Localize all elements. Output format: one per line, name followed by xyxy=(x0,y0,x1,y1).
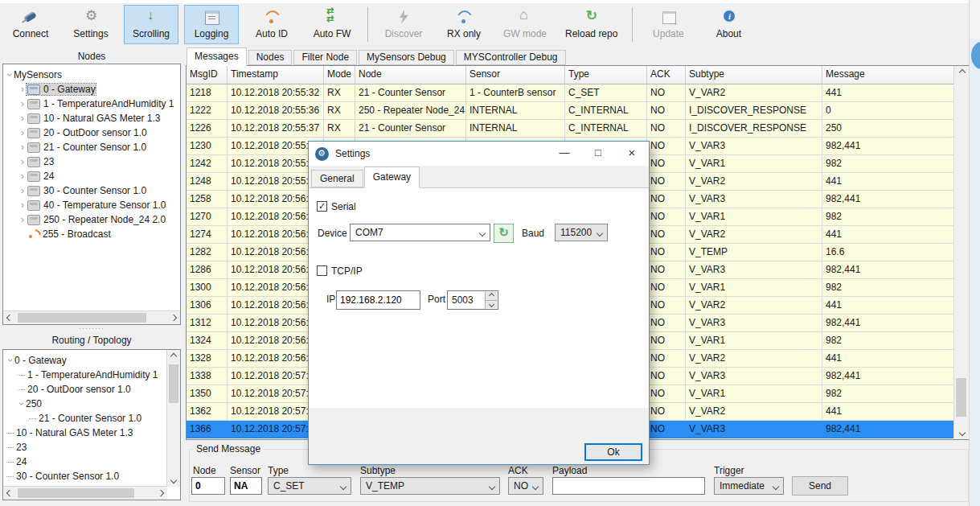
routing-tree-vertical-scrollbar[interactable] xyxy=(166,350,180,487)
tab-mysensors-debug[interactable]: MySensors Debug xyxy=(359,50,454,65)
dialog-tab-general[interactable]: General xyxy=(311,170,363,187)
tree-item-content[interactable]: 23 xyxy=(27,156,54,167)
messages-table-vertical-scrollbar[interactable] xyxy=(953,66,969,439)
toolbar-button-scrolling[interactable]: Scrolling xyxy=(124,5,178,44)
serial-checkbox[interactable]: ✓ xyxy=(317,201,327,212)
scrollbar-thumb[interactable] xyxy=(169,364,178,403)
subtype-select[interactable]: V_TEMP xyxy=(360,477,500,495)
tree-expander-icon[interactable]: › xyxy=(18,171,27,182)
tree-expander-icon[interactable]: › xyxy=(18,113,27,124)
baud-select[interactable]: 115200 xyxy=(555,224,608,241)
toolbar-button-autoid[interactable]: Auto ID xyxy=(244,5,299,44)
tree-item-content[interactable]: 21 - Counter Sensor 1.0 xyxy=(27,142,146,153)
panel-splitter-grip[interactable]: ········ xyxy=(0,326,183,333)
toolbar-button-reload[interactable]: Reload repo xyxy=(559,5,624,44)
tree-item[interactable]: ›24 xyxy=(3,169,180,183)
scrollbar-thumb[interactable] xyxy=(18,313,146,323)
tree-item[interactable]: 255 - Broadcast xyxy=(3,227,180,241)
column-header-type[interactable]: Type xyxy=(565,66,647,84)
toolbar-button-rxonly[interactable]: RX only xyxy=(437,5,491,44)
scroll-down-button[interactable] xyxy=(955,426,969,439)
toolbar-button-logging[interactable]: Logging xyxy=(184,5,239,44)
column-header-msgid[interactable]: MsgID xyxy=(187,66,228,84)
scrollbar-thumb[interactable] xyxy=(956,378,966,417)
column-header-sensor[interactable]: Sensor xyxy=(466,66,565,84)
tree-item-content[interactable]: 24 xyxy=(27,171,54,182)
tree-expander-icon[interactable]: › xyxy=(18,185,27,196)
ack-select[interactable]: NO xyxy=(508,477,543,495)
nodes-tree-horizontal-scrollbar[interactable] xyxy=(3,311,180,324)
table-row[interactable]: 122210.12.2018 20:55:36RX250 - Repeater … xyxy=(187,102,954,120)
tree-item[interactable]: ›1 - TemperatureAndHumidity 1 xyxy=(3,97,180,111)
tree-item[interactable]: ›20 - OutDoor sensor 1.0 xyxy=(3,125,180,140)
sensor-field[interactable] xyxy=(230,477,262,495)
column-header-subtype[interactable]: Subtype xyxy=(686,66,822,84)
column-header-mode[interactable]: Mode xyxy=(324,66,355,84)
tree-item[interactable]: ›30 - Counter Sensor 1.0 xyxy=(3,183,180,198)
tcpip-checkbox[interactable] xyxy=(317,265,327,276)
routing-tree-item[interactable]: 24 xyxy=(3,455,180,469)
tree-item[interactable]: ›23 xyxy=(3,154,180,169)
table-row[interactable]: 122610.12.2018 20:55:37RX21 - Counter Se… xyxy=(187,120,954,138)
column-header-message[interactable]: Message xyxy=(822,66,954,84)
tree-item-content[interactable]: 250 - Repeater Node_24 2.0 xyxy=(27,214,166,225)
tree-expander-icon[interactable]: › xyxy=(18,142,27,153)
tree-item-content[interactable]: 20 - OutDoor sensor 1.0 xyxy=(27,127,147,138)
dialog-tab-gateway[interactable]: Gateway xyxy=(364,167,420,188)
tree-item[interactable]: ›10 - Natural GAS Meter 1.3 xyxy=(3,111,180,125)
type-select[interactable]: C_SET xyxy=(268,477,351,495)
routing-tree-item[interactable]: 21 - Counter Sensor 1.0 xyxy=(3,411,180,426)
tree-expander-icon[interactable]: › xyxy=(18,84,27,95)
tree-item-content[interactable]: 0 - Gateway xyxy=(27,84,96,95)
spin-up-button[interactable] xyxy=(486,292,497,301)
toolbar-button-about[interactable]: About xyxy=(701,5,756,44)
ip-field[interactable] xyxy=(336,290,420,310)
column-header-node[interactable]: Node xyxy=(355,66,466,84)
tree-item[interactable]: ›0 - Gateway xyxy=(3,82,180,97)
minimize-button[interactable]: — xyxy=(547,142,581,166)
tree-item-content[interactable]: 10 - Natural GAS Meter 1.3 xyxy=(27,113,160,124)
scroll-down-button[interactable] xyxy=(167,474,180,487)
tree-expander-icon[interactable]: › xyxy=(18,214,27,225)
tab-myscontroller-debug[interactable]: MYSController Debug xyxy=(456,50,566,65)
spin-down-button[interactable] xyxy=(486,301,497,309)
payload-field[interactable] xyxy=(552,477,705,495)
refresh-ports-button[interactable]: ↻ xyxy=(494,224,514,243)
toolbar-button-autofw[interactable]: Auto FW xyxy=(305,5,359,44)
routing-tree-item[interactable]: 20 - OutDoor sensor 1.0 xyxy=(3,382,180,397)
maximize-button[interactable]: □ xyxy=(581,142,615,166)
node-field[interactable] xyxy=(191,477,225,495)
device-select[interactable]: COM7 xyxy=(350,224,490,241)
scroll-left-button[interactable] xyxy=(3,311,16,324)
tree-item-content[interactable]: 255 - Broadcast xyxy=(27,228,111,240)
tree-item[interactable]: ›MySensors xyxy=(3,68,180,82)
tree-expander-icon[interactable]: › xyxy=(16,400,27,408)
tree-expander-icon[interactable]: › xyxy=(4,71,15,79)
trigger-select[interactable]: Immediate xyxy=(714,477,784,495)
scroll-up-button[interactable] xyxy=(167,350,180,363)
column-header-timestamp[interactable]: Timestamp xyxy=(228,66,324,84)
routing-tree-horizontal-scrollbar[interactable] xyxy=(3,486,167,500)
tree-item-content[interactable]: 40 - Temperature Sensor 1.0 xyxy=(27,200,166,211)
scrollbar-thumb[interactable] xyxy=(18,488,134,498)
routing-tree-item[interactable]: 30 - Counter Sensor 1.0 xyxy=(3,469,180,483)
tab-filter-node[interactable]: Filter Node xyxy=(293,50,357,65)
table-row[interactable]: 121810.12.2018 20:55:32RX21 - Counter Se… xyxy=(187,84,954,102)
routing-tree-item[interactable]: ›250 xyxy=(3,397,180,411)
column-header-ack[interactable]: ACK xyxy=(647,66,686,84)
routing-tree-item[interactable]: 1 - TemperatureAndHumidity 1 xyxy=(3,368,180,382)
tab-nodes[interactable]: Nodes xyxy=(248,50,293,65)
send-button[interactable]: Send xyxy=(792,476,848,496)
ok-button[interactable]: Ok xyxy=(584,443,642,461)
tree-expander-icon[interactable]: › xyxy=(5,356,16,364)
tree-expander-icon[interactable]: › xyxy=(18,200,27,211)
scroll-right-button[interactable] xyxy=(167,311,180,324)
tree-expander-icon[interactable]: › xyxy=(18,98,27,109)
tree-item-content[interactable]: MySensors xyxy=(14,69,62,80)
tree-item[interactable]: ›250 - Repeater Node_24 2.0 xyxy=(3,212,180,227)
routing-tree-item[interactable]: 23 xyxy=(3,440,180,455)
close-button[interactable]: × xyxy=(615,142,649,166)
scroll-right-button[interactable] xyxy=(154,487,167,500)
tree-item[interactable]: ›21 - Counter Sensor 1.0 xyxy=(3,140,180,154)
tab-messages[interactable]: Messages xyxy=(187,47,247,66)
